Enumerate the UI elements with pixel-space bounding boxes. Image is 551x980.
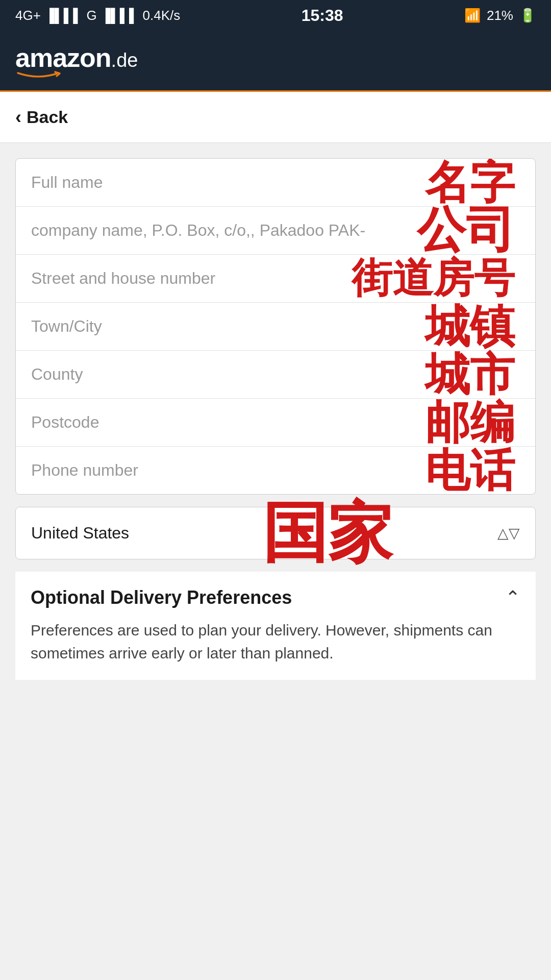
amazon-logo-text: amazon xyxy=(15,42,111,73)
phone-input[interactable] xyxy=(31,461,520,480)
full-name-field[interactable]: 名字 xyxy=(16,159,535,207)
status-bar: 4G+ ▐▌▌▌ G ▐▌▌▌ 0.4K/s 15:38 📶 21% 🔋 xyxy=(0,0,551,31)
data-speed: 0.4K/s xyxy=(142,8,180,23)
back-chevron-icon: ‹ xyxy=(15,107,21,128)
back-label: Back xyxy=(27,107,68,127)
amazon-smile-icon xyxy=(15,71,61,79)
status-time: 15:38 xyxy=(302,6,343,25)
amazon-header: amazon .de xyxy=(0,31,551,92)
postcode-input[interactable] xyxy=(31,413,520,432)
address-form-card: 名字 公司 街道房号 城镇 城市 邮编 电话 xyxy=(15,158,536,495)
county-field[interactable]: 城市 xyxy=(16,351,535,399)
delivery-prefs-body: Preferences are used to plan your delive… xyxy=(31,619,520,665)
back-button[interactable]: ‹ Back xyxy=(15,107,68,128)
phone-field[interactable]: 电话 xyxy=(16,447,535,494)
delivery-prefs-title: Optional Delivery Preferences xyxy=(31,587,292,608)
signal-bars: ▐▌▌▌ xyxy=(45,8,83,23)
country-arrow-icon: △▽ xyxy=(497,525,520,542)
county-input[interactable] xyxy=(31,365,520,384)
battery-icon: 🔋 xyxy=(519,8,536,23)
back-navigation: ‹ Back xyxy=(0,92,551,143)
company-field[interactable]: 公司 xyxy=(16,207,535,255)
company-input[interactable] xyxy=(31,221,520,240)
street-input[interactable] xyxy=(31,269,520,288)
delivery-prefs-header[interactable]: Optional Delivery Preferences ⌃ xyxy=(31,587,520,608)
signal-bars-2: ▐▌▌▌ xyxy=(101,8,139,23)
amazon-domain: .de xyxy=(111,50,138,71)
status-left: 4G+ ▐▌▌▌ G ▐▌▌▌ 0.4K/s xyxy=(15,8,180,23)
full-name-input[interactable] xyxy=(31,173,520,192)
status-right: 📶 21% 🔋 xyxy=(464,8,536,23)
town-input[interactable] xyxy=(31,317,520,336)
chevron-up-icon: ⌃ xyxy=(505,587,520,608)
country-selector[interactable]: United States △▽ xyxy=(15,507,536,559)
network-type: 4G+ xyxy=(15,8,41,23)
battery-percent: 21% xyxy=(487,8,513,23)
address-form-section: 名字 公司 街道房号 城镇 城市 邮编 电话 xyxy=(0,143,551,680)
town-field[interactable]: 城镇 xyxy=(16,303,535,351)
country-value: United States xyxy=(31,524,129,543)
street-field[interactable]: 街道房号 xyxy=(16,255,535,303)
network-g: G xyxy=(87,8,97,23)
amazon-logo: amazon .de xyxy=(15,42,138,79)
country-selector-wrapper: United States △▽ 国家 xyxy=(15,507,536,559)
wifi-icon: 📶 xyxy=(464,8,481,23)
postcode-field[interactable]: 邮编 xyxy=(16,399,535,447)
delivery-prefs-section: Optional Delivery Preferences ⌃ Preferen… xyxy=(15,572,536,680)
